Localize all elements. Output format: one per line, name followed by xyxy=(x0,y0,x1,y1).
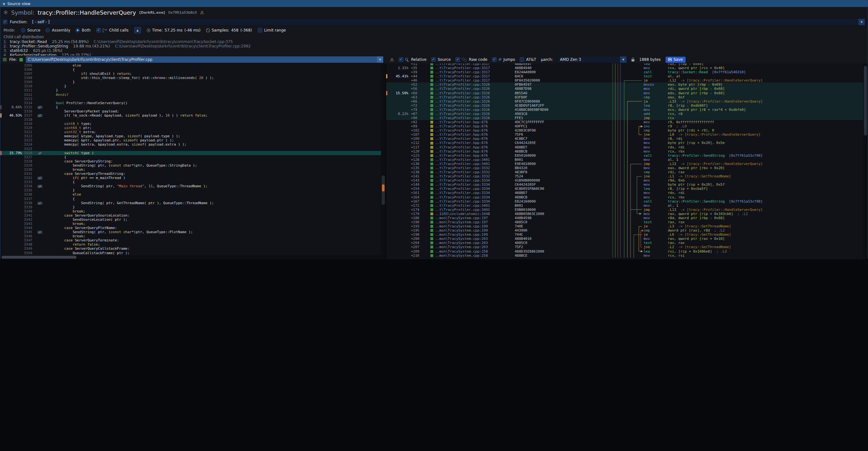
source-line[interactable]: 3331case ServerQueryThreadString: xyxy=(0,172,381,176)
chevron-down-icon[interactable] xyxy=(859,19,865,25)
checkbox-icon[interactable] xyxy=(431,57,436,62)
source-line[interactable]: 3305else xyxy=(0,63,381,67)
source-line[interactable]: 3333{ xyxy=(0,180,381,184)
file-combo[interactable]: C:\Users\wolf\Desktop\darkrl\contrib\tra… xyxy=(26,56,383,63)
mode-radio-assembly[interactable]: Assembly xyxy=(45,28,70,32)
source-line[interactable]: 3338@1SendString( ptr, GetThreadName( pt… xyxy=(0,201,381,205)
asm-offset: +161 xyxy=(411,191,428,195)
scrollbar-thumb[interactable] xyxy=(864,66,867,136)
code-text xyxy=(48,118,381,122)
source-line[interactable]: 3312#endif xyxy=(0,93,381,97)
source-line[interactable]: 3329SendString( ptr, (const char*)ptr, Q… xyxy=(0,163,381,168)
checkbox-icon[interactable] xyxy=(399,57,403,62)
source-line[interactable]: 3336else xyxy=(0,192,381,197)
source-line[interactable]: 3341case ServerQuerySourceLocation: xyxy=(0,213,381,217)
source-line[interactable]: 3307if( shouldExit ) return; xyxy=(0,72,381,76)
child-calls-checkbox[interactable] xyxy=(96,28,101,32)
source-line[interactable]: 3327{ xyxy=(0,155,381,159)
save-button[interactable]: Save xyxy=(665,57,686,63)
source-line[interactable]: 3339} xyxy=(0,205,381,209)
limit-range-toggle[interactable]: Limit range xyxy=(258,28,286,32)
source-line[interactable]: 3340break; xyxy=(0,209,381,213)
source-line[interactable]: 3347case ServerQueryTerminate: xyxy=(0,238,381,242)
mode-radio-source[interactable]: Source xyxy=(21,28,40,32)
source-line[interactable]: 3335} xyxy=(0,188,381,192)
source-line[interactable]: 3343break; xyxy=(0,222,381,226)
child-call-row[interactable]: 3.stat64i32625 μs (1.36%) xyxy=(3,49,865,53)
source-line[interactable]: 3319uint8_t type; xyxy=(0,122,381,126)
line-percent xyxy=(2,242,24,246)
source-line[interactable]: 3346break; xyxy=(0,234,381,238)
toggle-raw-code[interactable]: Raw code xyxy=(456,57,487,62)
checkbox-icon[interactable] xyxy=(520,57,524,62)
source-line[interactable]: 3334@6SendString( ptr, "Main thread", 11… xyxy=(0,184,381,188)
toggle-relative[interactable]: Relative xyxy=(399,57,427,62)
checkbox-icon[interactable] xyxy=(456,57,460,62)
child-call-row[interactable]: 4.KeSynchronizeExecution125 μs (0.27%) xyxy=(3,53,865,56)
child-call-row[interactable]: 2.tracy::Profiler::SendLongString19.88 m… xyxy=(3,44,865,49)
asm-mnemonic: je xyxy=(644,78,668,83)
jumps-icon: ⇄ xyxy=(498,58,501,61)
uarch-combo[interactable]: AMD Zen 3 xyxy=(558,56,627,63)
jump-to-entry-button[interactable] xyxy=(134,27,141,33)
source-line[interactable]: 3342SendSourceLocation( ptr ); xyxy=(0,217,381,222)
source-line[interactable]: 3321uint32_t extra; xyxy=(0,130,381,134)
limit-range-checkbox[interactable] xyxy=(258,28,262,32)
toggle-source[interactable]: Source xyxy=(431,57,451,62)
toggle-at-t[interactable]: AT&T xyxy=(520,57,536,62)
selected-line-marker[interactable] xyxy=(382,184,384,191)
asm-offset: +167 xyxy=(411,200,428,204)
source-line[interactable]: 3310} xyxy=(0,84,381,88)
source-line[interactable]: 3332@3if( ptr == m_mainThread ) xyxy=(0,176,381,180)
source-line[interactable]: 15.79%3326@9switch( type ) xyxy=(0,151,381,155)
source-line[interactable]: 46.93%3317@5if( !m_sock->Read( &payload,… xyxy=(0,113,381,118)
child-call-row[interactable]: 1.tracy::Socket::Read25.25 ms (54.89%)C:… xyxy=(3,39,865,44)
source-line[interactable]: 3313 xyxy=(0,97,381,101)
source-line[interactable]: 3330break; xyxy=(0,168,381,172)
source-line[interactable]: 3345@1SendString( ptr, (const char*)ptr,… xyxy=(0,230,381,234)
source-line[interactable]: 0.66%3315@7{ xyxy=(0,105,381,109)
toggle-jumps[interactable]: ⇄Jumps xyxy=(492,57,515,62)
asm-mnemonic: ja xyxy=(644,99,668,103)
asm-bytes: 740E xyxy=(515,224,610,229)
asm-operands: r9 ; .L0 xyxy=(668,124,863,128)
source-line[interactable]: 3349case ServerQueryCallstackFrame: xyxy=(0,246,381,251)
source-line[interactable]: 3323memcpy( &ptr, &payload.ptr, sizeof( … xyxy=(0,138,381,142)
source-line[interactable]: 3316ServerQueryPacket payload; xyxy=(0,109,381,113)
asm-source-location: ..t\TracyProfiler.cpp:3326 xyxy=(435,91,515,95)
source-line[interactable]: 3328case ServerQueryString: xyxy=(0,159,381,163)
title-bar[interactable]: Source view xyxy=(0,0,868,7)
chevron-down-icon[interactable] xyxy=(620,56,626,63)
chevron-down-icon[interactable] xyxy=(377,56,383,63)
function-checkbox[interactable] xyxy=(3,20,7,24)
assembly-vertical-scrollbar[interactable] xyxy=(863,63,868,259)
source-line[interactable]: 3314bool Profiler::HandleServerQuery() xyxy=(0,101,381,105)
source-line[interactable]: 3309} xyxy=(0,80,381,84)
source-line[interactable]: 3320uint64_t ptr; xyxy=(0,126,381,130)
source-line[interactable]: 3324memcpy( &extra, &payload.extra, size… xyxy=(0,142,381,147)
checkbox-icon[interactable] xyxy=(492,57,497,62)
scrollbar-thumb[interactable] xyxy=(2,256,76,259)
source-pane[interactable]: 3305else3306{3307if( shouldExit ) return… xyxy=(0,63,385,259)
assembly-pane[interactable]: +31..t\TracyProfiler.cpp:3317488D5597lea… xyxy=(386,63,863,259)
source-line[interactable]: 3308std::this_thread::sleep_for( std::ch… xyxy=(0,76,381,80)
source-line[interactable]: 3325 xyxy=(0,147,381,151)
source-line[interactable]: 3306{ xyxy=(0,67,381,72)
source-line[interactable]: 3337{ xyxy=(0,197,381,201)
source-line[interactable]: 3311} xyxy=(0,88,381,92)
asm-percent xyxy=(388,137,411,141)
source-line[interactable]: 3344case ServerQueryPlotName: xyxy=(0,226,381,230)
asm-source-location: ..t\TracyProfiler.cpp:3401 xyxy=(435,162,515,166)
collapse-icon[interactable] xyxy=(3,2,5,6)
file-list-icon[interactable] xyxy=(3,58,7,61)
source-horizontal-scrollbar[interactable] xyxy=(0,255,381,259)
source-line[interactable]: 3322memcpy( &type, &payload.type, sizeof… xyxy=(0,134,381,138)
mode-radio-both[interactable]: Both xyxy=(75,28,91,32)
file-marker-icon xyxy=(430,100,433,103)
source-line[interactable]: 3350QueueCallstackFrame( ptr ); xyxy=(0,251,381,255)
source-line[interactable]: 3318 xyxy=(0,118,381,122)
child-calls-toggle[interactable]: → Child calls xyxy=(96,28,129,32)
source-vertical-scrollbar[interactable] xyxy=(381,63,385,259)
function-combo[interactable]: [ - self - ] xyxy=(30,19,865,26)
source-line[interactable]: 3348return false; xyxy=(0,242,381,246)
